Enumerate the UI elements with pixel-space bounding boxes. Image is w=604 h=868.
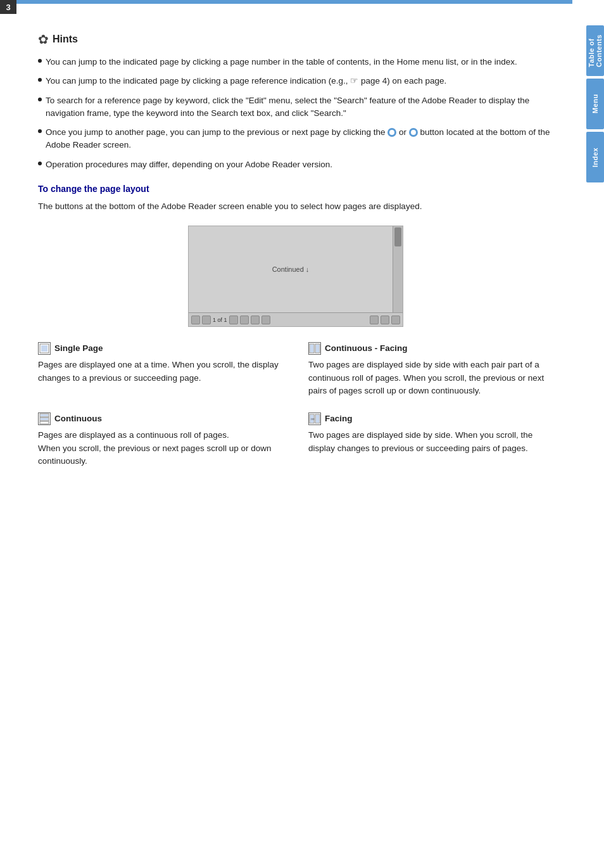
svg-rect-5	[316, 345, 319, 352]
sidebar-tabs: Table ofContents Menu Index	[572, 25, 604, 185]
single-page-title: Single Page	[54, 342, 103, 355]
hint-text-4: Once you jump to another page, you can j…	[46, 126, 553, 152]
single-page-description: Pages are displayed one at a time. When …	[38, 359, 283, 385]
bullet-2	[38, 78, 42, 82]
section-title: To change the page layout	[38, 184, 553, 194]
mockup-page-area: Continued ↓	[189, 226, 393, 312]
facing-header: oo Facing	[308, 412, 553, 425]
continuous-icon	[38, 412, 51, 425]
toolbar-btn-view2	[261, 316, 270, 324]
continuous-facing-title: Continuous - Facing	[325, 342, 408, 355]
toolbar-btn-zoom2	[381, 316, 389, 324]
svg-rect-1	[41, 345, 47, 352]
svg-text:oo: oo	[311, 417, 315, 421]
svg-rect-4	[310, 345, 313, 352]
svg-rect-9	[41, 414, 48, 416]
main-content: ✿ Hints You can jump to the indicated pa…	[25, 13, 566, 493]
hint-item-4: Once you jump to another page, you can j…	[38, 126, 553, 152]
hint-item-5: Operation procedures may differ, dependi…	[38, 158, 553, 171]
view-modes-grid: Single Page Pages are displayed one at a…	[38, 342, 553, 468]
toolbar-btn-zoom1	[370, 316, 379, 324]
view-mode-continuous-facing: Continuous - Facing Two pages are displa…	[308, 342, 553, 397]
single-page-icon	[38, 342, 51, 355]
toolbar-btn-next	[229, 316, 238, 324]
hint-item-2: You can jump to the indicated page by cl…	[38, 75, 553, 87]
toolbar-btn-prev	[202, 316, 211, 324]
bullet-1	[38, 59, 42, 63]
svg-rect-14	[316, 415, 319, 423]
hints-icon: ✿	[38, 32, 49, 47]
facing-title: Facing	[325, 412, 353, 425]
single-page-header: Single Page	[38, 342, 283, 355]
page-number: 3	[0, 0, 16, 14]
continuous-facing-description: Two pages are displayed side by side wit…	[308, 359, 553, 397]
hint-text-3: To search for a reference page by keywor…	[46, 94, 553, 120]
prev-button-icon	[387, 128, 396, 137]
next-button-icon	[409, 128, 418, 137]
hints-header: ✿ Hints	[38, 32, 553, 47]
hint-item-1: You can jump to the indicated page by cl…	[38, 56, 553, 68]
continuous-facing-header: Continuous - Facing	[308, 342, 553, 355]
mockup-scrollthumb	[394, 227, 401, 246]
hint-text-2: You can jump to the indicated page by cl…	[46, 75, 446, 87]
hint-text-1: You can jump to the indicated page by cl…	[46, 56, 517, 68]
view-mode-single-page: Single Page Pages are displayed one at a…	[38, 342, 283, 397]
continuous-header: Continuous	[38, 412, 283, 425]
hints-title: Hints	[53, 34, 78, 45]
continuous-title: Continuous	[54, 412, 102, 425]
facing-description: Two pages are displayed side by side. Wh…	[308, 429, 553, 455]
top-bar	[16, 0, 572, 4]
svg-rect-10	[41, 418, 48, 420]
svg-rect-8	[40, 421, 49, 424]
view-mode-continuous: Continuous Pages are displayed as a cont…	[38, 412, 283, 468]
view-mode-facing: oo Facing Two pages are displayed side b…	[308, 412, 553, 468]
mockup-continued-text: Continued ↓	[272, 265, 310, 273]
tab-table-of-contents[interactable]: Table ofContents	[586, 25, 604, 76]
mockup-scrollbar	[393, 226, 403, 312]
hint-text-5: Operation procedures may differ, dependi…	[46, 158, 332, 171]
continuous-facing-icon	[308, 342, 321, 355]
hint-item-3: To search for a reference page by keywor…	[38, 94, 553, 120]
hints-list: You can jump to the indicated page by cl…	[38, 56, 553, 171]
toolbar-btn-first	[191, 316, 200, 324]
mockup-toolbar: 1 of 1	[189, 312, 403, 326]
section-description: The buttons at the bottom of the Adobe R…	[38, 200, 553, 213]
bullet-5	[38, 162, 42, 165]
toolbar-page-indicator: 1 of 1	[213, 317, 227, 323]
reader-mockup: Continued ↓ 1 of 1	[188, 226, 403, 327]
tab-menu[interactable]: Menu	[586, 79, 604, 129]
bullet-3	[38, 98, 42, 101]
continuous-description: Pages are displayed as a continuous roll…	[38, 429, 283, 468]
tab-index[interactable]: Index	[586, 132, 604, 182]
bullet-4	[38, 129, 42, 133]
toolbar-btn-zoom3	[391, 316, 400, 324]
toolbar-btn-view1	[251, 316, 260, 324]
facing-icon: oo	[308, 412, 321, 425]
toolbar-btn-last	[240, 316, 249, 324]
